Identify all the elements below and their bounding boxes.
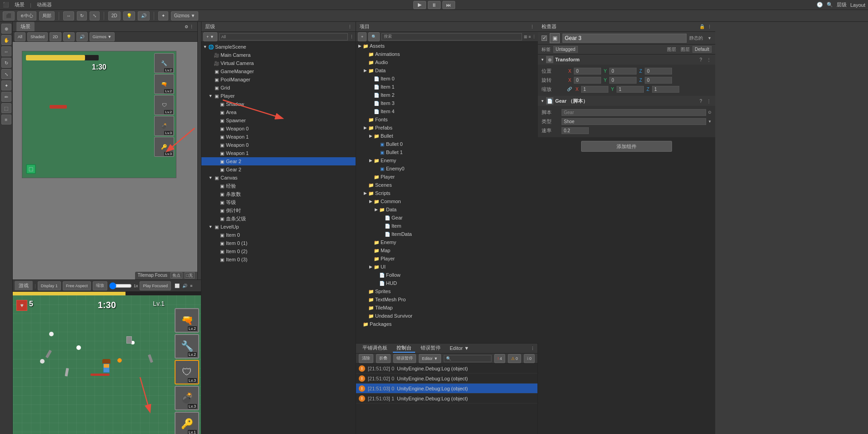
hierarchy-item-gamemanager[interactable]: ▣GameManager bbox=[201, 67, 356, 75]
project-item-enemy[interactable]: 📁Enemy bbox=[356, 238, 538, 246]
console-row-0[interactable]: ![21:51:02] 0UnityEngine.Debug:Log (obje… bbox=[356, 364, 537, 374]
project-item-data[interactable]: ▶📁Data bbox=[356, 205, 538, 214]
game-scale-slider[interactable] bbox=[109, 282, 132, 289]
console-search-box[interactable]: 🔍 bbox=[444, 355, 492, 362]
scene-tool-light[interactable]: 💡 bbox=[63, 32, 75, 41]
hierarchy-item-等级[interactable]: ▣等级 bbox=[201, 198, 356, 206]
play-button[interactable]: ▶ bbox=[413, 1, 426, 9]
toolbar-light[interactable]: 💡 bbox=[123, 11, 135, 20]
hierarchy-options[interactable]: ⋮ bbox=[348, 25, 352, 29]
gear-script-ref[interactable]: Gear bbox=[562, 109, 706, 116]
left-tool-5[interactable]: ⤡ bbox=[1, 69, 11, 79]
project-item-hud[interactable]: 📄HUD bbox=[356, 279, 538, 287]
project-item-gear[interactable]: 📄Gear bbox=[356, 214, 538, 222]
project-item-tilemap[interactable]: 📁TileMap bbox=[356, 304, 538, 312]
project-item-data[interactable]: ▶📁Data bbox=[356, 66, 538, 75]
menu-item-anim[interactable]: 场景 bbox=[15, 1, 25, 8]
project-item-player[interactable]: 📁Player bbox=[356, 254, 538, 263]
hierarchy-item-spawner[interactable]: ▣Spawner bbox=[201, 116, 356, 125]
project-options[interactable]: ⋮ bbox=[530, 25, 534, 29]
hierarchy-item-item-0-(2)[interactable]: ▣Item 0 (2) bbox=[201, 247, 356, 255]
step-button[interactable]: ⏭ bbox=[442, 1, 455, 9]
add-component-button[interactable]: 添加组件 bbox=[581, 141, 672, 152]
project-item-undead-survivor[interactable]: 📁Undead Survivor bbox=[356, 312, 538, 320]
project-item-follow[interactable]: 📄Follow bbox=[356, 271, 538, 279]
project-item-enemy[interactable]: ▶📁Enemy bbox=[356, 156, 538, 165]
project-item-scripts[interactable]: ▶📁Scripts bbox=[356, 189, 538, 197]
project-item-animations[interactable]: 📁Animations bbox=[356, 50, 538, 58]
toolbar-local[interactable]: 局部 bbox=[39, 11, 55, 20]
scene-tool-2d[interactable]: 2D bbox=[50, 32, 61, 41]
game-display-select[interactable]: Display 1 bbox=[38, 281, 61, 290]
toolbar-move[interactable]: ↔ bbox=[63, 11, 74, 20]
project-item-item-3[interactable]: 📄Item 3 bbox=[356, 99, 538, 107]
project-item-assets[interactable]: ▶📁Assets bbox=[356, 42, 538, 50]
project-item-item-2[interactable]: 📄Item 2 bbox=[356, 91, 538, 99]
project-item-audio[interactable]: 📁Audio bbox=[356, 58, 538, 66]
hierarchy-item-item-0[interactable]: ▣Item 0 bbox=[201, 231, 356, 239]
project-item-bullet[interactable]: ▶📁Bullet bbox=[356, 132, 538, 140]
gear-menu-btn[interactable]: ⋮ bbox=[705, 99, 712, 104]
menu-item-scene[interactable]: ⬛ bbox=[3, 2, 9, 8]
hierarchy-item-player[interactable]: ▼▣Player bbox=[201, 92, 356, 100]
toolbar-rotate[interactable]: ↻ bbox=[77, 11, 87, 20]
transform-menu-btn[interactable]: ⋮ bbox=[705, 57, 712, 62]
layout-dropdown[interactable]: Layout bbox=[850, 2, 865, 8]
hierarchy-item-倒计时[interactable]: ▣倒计时 bbox=[201, 206, 356, 215]
hierarchy-item-canvas[interactable]: ▼▣Canvas bbox=[201, 174, 356, 182]
hierarchy-item-item-0-(1)[interactable]: ▣Item 0 (1) bbox=[201, 239, 356, 247]
console-tab-errors[interactable]: 错误暂停 bbox=[417, 344, 444, 353]
project-search-box[interactable]: 搜索 bbox=[381, 33, 522, 40]
toolbar-fx[interactable]: ✦ bbox=[158, 11, 168, 20]
hierarchy-item-血条父级[interactable]: ▣血条父级 bbox=[201, 215, 356, 223]
hierarchy-item-杀敌数[interactable]: ▣杀敌数 bbox=[201, 190, 356, 198]
left-tool-1[interactable]: ⊕ bbox=[1, 24, 11, 34]
hierarchy-item-gear-2[interactable]: ▣Gear 2 bbox=[201, 165, 356, 174]
inspector-active-check[interactable]: ✓ bbox=[542, 35, 547, 41]
hierarchy-item-levelup[interactable]: ▼▣LevelUp bbox=[201, 223, 356, 231]
hierarchy-item-main-camera[interactable]: 🎥Main Camera bbox=[201, 51, 356, 59]
hierarchy-item-weapon-0[interactable]: ▣Weapon 0 bbox=[201, 141, 356, 149]
hierarchy-item-weapon-1[interactable]: ▣Weapon 1 bbox=[201, 133, 356, 141]
project-item-fonts[interactable]: 📁Fonts bbox=[356, 115, 538, 124]
project-item-prefabs[interactable]: ▶📁Prefabs bbox=[356, 124, 538, 132]
inspector-obj-name[interactable] bbox=[562, 34, 687, 43]
hierarchy-item-经验[interactable]: ▣经验 bbox=[201, 182, 356, 190]
rot-x-input[interactable] bbox=[574, 77, 601, 84]
gear-script-circle[interactable]: ⊙ bbox=[708, 110, 712, 115]
left-tool-8[interactable]: ⬚ bbox=[1, 103, 11, 113]
layout-label[interactable]: 层级 bbox=[837, 1, 847, 8]
hierarchy-item-weapon-1[interactable]: ▣Weapon 1 bbox=[201, 149, 356, 157]
project-item-item-4[interactable]: 📄Item 4 bbox=[356, 107, 538, 115]
mute-icon[interactable]: 🔊 bbox=[182, 284, 187, 288]
console-tab-console[interactable]: 控制台 bbox=[393, 344, 415, 353]
project-item-sprites[interactable]: 📁Sprites bbox=[356, 287, 538, 295]
project-item-ui[interactable]: ▶📁UI bbox=[356, 263, 538, 271]
toolbar-2d[interactable]: 2D bbox=[108, 11, 120, 20]
left-tool-9[interactable]: ≡ bbox=[1, 115, 11, 125]
stats-icon[interactable]: ≡ bbox=[190, 284, 192, 288]
hierarchy-options2[interactable]: ⋮ bbox=[350, 35, 354, 39]
toolbar-scale[interactable]: ⤡ bbox=[90, 11, 100, 20]
project-item-scenes[interactable]: 📁Scenes bbox=[356, 181, 538, 189]
project-item-item-1[interactable]: 📄Item 1 bbox=[356, 83, 538, 91]
project-item-item[interactable]: 📄Item bbox=[356, 222, 538, 230]
left-tool-4[interactable]: ↻ bbox=[1, 58, 11, 68]
console-tab-tilemap[interactable]: 平铺调色板 bbox=[359, 344, 391, 353]
project-item-common[interactable]: ▶📁Common bbox=[356, 197, 538, 205]
project-item-textmesh-pro[interactable]: 📁TextMesh Pro bbox=[356, 295, 538, 304]
console-row-2[interactable]: ![21:51:03] 0UnityEngine.Debug:Log (obje… bbox=[356, 384, 537, 394]
scene-view[interactable]: 1:30 🔧 Lv.2 🔫 Lv.2 bbox=[13, 42, 197, 279]
game-aspect-select[interactable]: Free Aspect bbox=[63, 281, 91, 290]
hierarchy-item-grid[interactable]: ▣Grid bbox=[201, 84, 356, 92]
project-search-btn[interactable]: 🔍 bbox=[368, 32, 380, 41]
project-item-itemdata[interactable]: 📄ItemData bbox=[356, 230, 538, 238]
inspector-static-arrow[interactable]: ▼ bbox=[707, 36, 712, 40]
scale-z-input[interactable] bbox=[652, 86, 679, 93]
hierarchy-item-virtual-camera[interactable]: 🎥Virtual Camera bbox=[201, 59, 356, 67]
hierarchy-item-shadow[interactable]: ▣Shadow bbox=[201, 100, 356, 108]
play-focused-btn[interactable]: Play Focused bbox=[140, 281, 171, 290]
project-item-item-0[interactable]: 📄Item 0 bbox=[356, 75, 538, 83]
left-tool-3[interactable]: ↔ bbox=[1, 46, 11, 56]
toolbar-audio[interactable]: 🔊 bbox=[138, 11, 150, 20]
